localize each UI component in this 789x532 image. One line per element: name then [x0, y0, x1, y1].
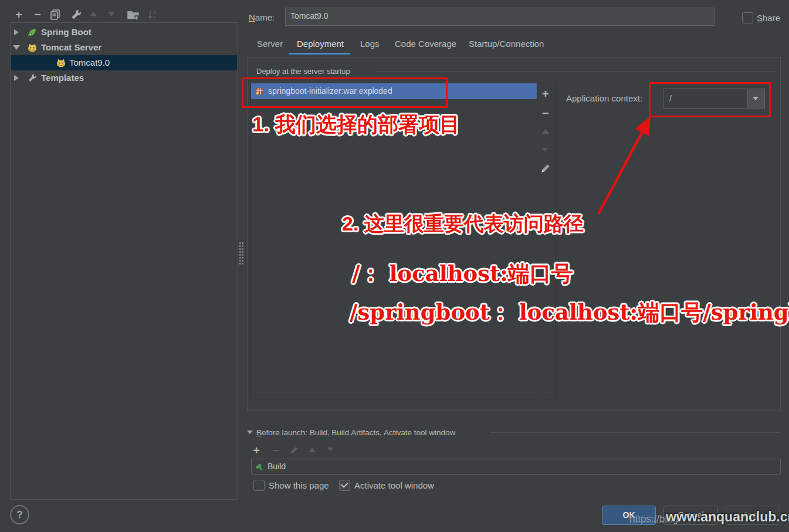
move-up-icon[interactable]: [90, 12, 97, 16]
annotation-note2: 2. 这里很重要代表访问路径: [342, 211, 584, 238]
add-task-button[interactable]: +: [250, 444, 262, 457]
name-input[interactable]: Tomcat9.0: [285, 8, 714, 26]
show-this-page-checkbox[interactable]: [253, 480, 265, 491]
name-input-value: Tomcat9.0: [286, 8, 714, 21]
collapse-arrow-icon[interactable]: [13, 45, 20, 50]
tab-startup-connection[interactable]: Startup/Connection: [469, 39, 544, 49]
copy-configuration-icon[interactable]: [49, 9, 61, 23]
annotation-note3: /： localhost:端口号: [352, 259, 573, 289]
remove-configuration-button[interactable]: −: [31, 8, 44, 21]
new-folder-icon[interactable]: [127, 9, 140, 23]
remove-artifact-button[interactable]: −: [539, 107, 552, 120]
tomcat-icon: [27, 43, 38, 55]
sidebar-item-spring-boot[interactable]: Spring Boot: [11, 25, 237, 40]
name-label: Name:: [249, 12, 275, 22]
expand-arrow-icon[interactable]: [14, 75, 19, 81]
active-tab-underline: [289, 53, 350, 55]
help-question-glyph: ?: [11, 506, 28, 523]
templates-wrench-icon: [28, 73, 37, 85]
annotation-arrow: [590, 113, 660, 221]
sidebar-item-templates[interactable]: Templates: [11, 70, 237, 86]
tab-logs[interactable]: Logs: [360, 39, 380, 49]
edit-task-pencil-icon[interactable]: [289, 446, 299, 458]
help-button[interactable]: ?: [10, 505, 29, 524]
before-launch-label: Before launch: Build, Build Artifacts, A…: [256, 428, 455, 437]
share-checkbox[interactable]: [742, 12, 753, 23]
edit-settings-wrench-icon[interactable]: [70, 9, 82, 23]
share-label: Share: [757, 13, 780, 23]
move-task-up-icon[interactable]: [309, 448, 316, 452]
application-context-label: Application context:: [566, 93, 642, 103]
run-debug-configurations-dialog: + − az Spring Boot Tomcat Server Tomcat9…: [0, 0, 789, 532]
tab-deployment[interactable]: Deployment: [297, 39, 344, 49]
before-launch-separator: [490, 432, 780, 433]
configurations-tree-panel: [10, 22, 238, 500]
sidebar-item-tomcat-server[interactable]: Tomcat Server: [11, 40, 237, 55]
remove-task-button[interactable]: −: [270, 444, 282, 457]
watermark-site: www.anquanclub.cn: [666, 509, 789, 525]
expand-arrow-icon[interactable]: [14, 29, 19, 35]
sidebar-item-label: Tomcat9.0: [69, 55, 110, 70]
sort-alphabetically-icon[interactable]: az: [146, 8, 159, 23]
add-configuration-button[interactable]: +: [12, 8, 25, 21]
annotation-box-app-context: [649, 82, 771, 117]
before-launch-collapse-icon[interactable]: [247, 431, 253, 434]
activate-tool-window-label: Activate tool window: [354, 480, 434, 490]
annotation-note4: /springboot： localhost:端口号/springboot: [350, 298, 789, 327]
annotation-note1: 1. 我们选择的部署项目: [252, 111, 460, 138]
task-label: Build: [267, 459, 286, 474]
list-buttons-divider: [537, 83, 537, 398]
annotation-box-artifact: [242, 77, 448, 108]
tab-server[interactable]: Server: [257, 39, 283, 49]
move-artifact-up-icon[interactable]: [542, 129, 549, 134]
checkmark-icon: [341, 480, 348, 488]
move-down-icon[interactable]: [108, 12, 115, 16]
activate-tool-window-checkbox[interactable]: [339, 480, 350, 491]
svg-text:z: z: [153, 15, 155, 21]
edit-artifact-pencil-icon[interactable]: [540, 163, 551, 176]
spring-boot-icon: [27, 28, 37, 40]
task-row-build[interactable]: Build: [251, 459, 781, 475]
show-this-page-label: Show this page: [269, 480, 329, 490]
tab-code-coverage[interactable]: Code Coverage: [395, 39, 456, 49]
group-title-separator: [377, 71, 776, 72]
sidebar-item-label: Tomcat Server: [41, 40, 101, 55]
add-artifact-button[interactable]: +: [539, 87, 552, 100]
tomcat-icon: [56, 58, 66, 70]
build-hammer-icon: [255, 462, 265, 474]
sidebar-item-tomcat9-selected[interactable]: Tomcat9.0: [11, 55, 237, 70]
sidebar-item-label: Spring Boot: [41, 25, 92, 40]
sidebar-item-label: Templates: [41, 70, 84, 86]
move-task-down-icon[interactable]: [327, 448, 333, 451]
svg-text:a: a: [153, 10, 156, 15]
splitter-handle[interactable]: [239, 242, 244, 265]
move-artifact-down-icon[interactable]: [542, 148, 548, 151]
group-title: Deploy at the server startup: [256, 67, 350, 76]
